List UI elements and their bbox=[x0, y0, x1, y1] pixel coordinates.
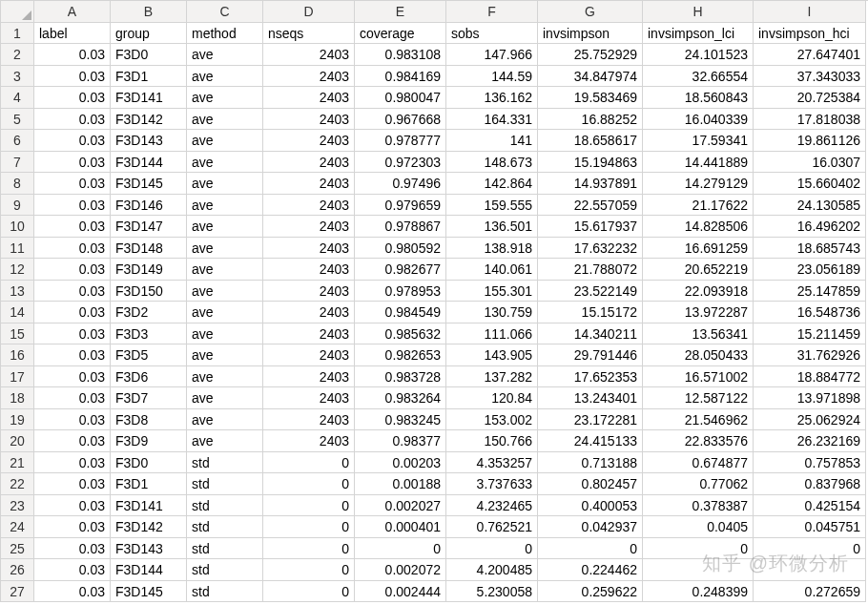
data-cell[interactable]: 2403 bbox=[263, 66, 355, 88]
data-cell[interactable]: 16.88252 bbox=[538, 109, 643, 131]
data-cell[interactable]: 0.03 bbox=[34, 495, 111, 517]
row-header[interactable]: 5 bbox=[1, 109, 34, 131]
row-header[interactable]: 14 bbox=[1, 302, 34, 323]
data-cell[interactable]: F3D147 bbox=[111, 216, 187, 238]
data-cell[interactable]: std bbox=[187, 516, 263, 538]
data-cell[interactable]: ave bbox=[187, 173, 263, 195]
data-cell[interactable]: F3D8 bbox=[111, 409, 187, 431]
data-cell[interactable]: 0.378387 bbox=[643, 495, 754, 517]
data-cell[interactable]: ave bbox=[187, 387, 263, 409]
data-cell[interactable]: std bbox=[187, 559, 263, 581]
data-cell[interactable]: 15.15172 bbox=[538, 302, 643, 323]
data-cell[interactable]: std bbox=[187, 495, 263, 517]
data-cell[interactable]: 4.200485 bbox=[446, 559, 538, 581]
data-cell[interactable]: 147.966 bbox=[446, 44, 538, 66]
data-cell[interactable]: 0.272659 bbox=[754, 581, 866, 603]
data-cell[interactable]: 15.617937 bbox=[538, 216, 643, 238]
row-header[interactable]: 13 bbox=[1, 281, 34, 302]
data-cell[interactable]: 0.03 bbox=[34, 452, 111, 474]
data-cell[interactable]: ave bbox=[187, 259, 263, 281]
data-cell[interactable]: 0 bbox=[355, 538, 446, 560]
data-cell[interactable]: 0.03 bbox=[34, 259, 111, 281]
data-cell[interactable]: F3D0 bbox=[111, 452, 187, 474]
data-cell[interactable]: 16.0307 bbox=[754, 152, 866, 174]
data-cell[interactable]: 14.441889 bbox=[643, 152, 754, 174]
data-cell[interactable]: 4.232465 bbox=[446, 495, 538, 517]
data-cell[interactable]: 15.194863 bbox=[538, 152, 643, 174]
data-cell[interactable]: 31.762926 bbox=[754, 344, 866, 366]
data-cell[interactable]: 24.415133 bbox=[538, 430, 643, 452]
data-cell[interactable]: 2403 bbox=[263, 409, 355, 431]
data-cell[interactable]: 0.713188 bbox=[538, 452, 643, 474]
data-cell[interactable]: 13.243401 bbox=[538, 387, 643, 409]
data-cell[interactable]: 148.673 bbox=[446, 152, 538, 174]
column-header-g[interactable]: G bbox=[538, 1, 643, 23]
column-header-c[interactable]: C bbox=[187, 1, 263, 23]
data-cell[interactable]: 0.00188 bbox=[355, 473, 446, 495]
data-cell[interactable]: 32.66554 bbox=[643, 66, 754, 88]
data-cell[interactable]: F3D148 bbox=[111, 238, 187, 260]
data-cell[interactable]: 0.983728 bbox=[355, 366, 446, 388]
data-cell[interactable]: 24.130585 bbox=[754, 195, 866, 217]
data-cell[interactable]: 0.03 bbox=[34, 238, 111, 260]
spreadsheet-grid[interactable]: ABCDEFGHI1labelgroupmethodnseqscoverages… bbox=[0, 0, 868, 602]
data-cell[interactable]: 0.0405 bbox=[643, 516, 754, 538]
column-header-a[interactable]: A bbox=[34, 1, 111, 23]
data-cell[interactable]: 0.984549 bbox=[355, 302, 446, 323]
data-cell[interactable]: ave bbox=[187, 216, 263, 238]
data-cell[interactable]: 34.847974 bbox=[538, 66, 643, 88]
data-cell[interactable]: 155.301 bbox=[446, 281, 538, 302]
data-cell[interactable]: 0.985632 bbox=[355, 323, 446, 345]
row-header[interactable]: 21 bbox=[1, 452, 34, 474]
data-cell[interactable]: 0.03 bbox=[34, 302, 111, 323]
header-cell[interactable]: nseqs bbox=[263, 23, 355, 45]
header-cell[interactable]: sobs bbox=[446, 23, 538, 45]
data-cell[interactable]: ave bbox=[187, 366, 263, 388]
data-cell[interactable]: 0.03 bbox=[34, 281, 111, 302]
data-cell[interactable]: ave bbox=[187, 195, 263, 217]
data-cell[interactable]: 0.762521 bbox=[446, 516, 538, 538]
data-cell[interactable]: 2403 bbox=[263, 152, 355, 174]
data-cell[interactable]: 20.652219 bbox=[643, 259, 754, 281]
data-cell[interactable]: 0.979659 bbox=[355, 195, 446, 217]
data-cell[interactable]: 16.496202 bbox=[754, 216, 866, 238]
header-cell[interactable]: coverage bbox=[355, 23, 446, 45]
data-cell[interactable]: 0.03 bbox=[34, 109, 111, 131]
column-header-h[interactable]: H bbox=[643, 1, 754, 23]
data-cell[interactable]: 137.282 bbox=[446, 366, 538, 388]
data-cell[interactable]: F3D143 bbox=[111, 130, 187, 152]
row-header[interactable]: 27 bbox=[1, 581, 34, 603]
row-header[interactable]: 8 bbox=[1, 173, 34, 195]
row-header[interactable]: 20 bbox=[1, 430, 34, 452]
data-cell[interactable]: 17.59341 bbox=[643, 130, 754, 152]
row-header[interactable]: 1 bbox=[1, 23, 34, 45]
data-cell[interactable]: std bbox=[187, 473, 263, 495]
data-cell[interactable]: ave bbox=[187, 109, 263, 131]
data-cell[interactable]: 0 bbox=[754, 538, 866, 560]
data-cell[interactable]: ave bbox=[187, 130, 263, 152]
data-cell[interactable]: 22.093918 bbox=[643, 281, 754, 302]
data-cell[interactable]: 0 bbox=[643, 538, 754, 560]
data-cell[interactable]: 22.557059 bbox=[538, 195, 643, 217]
data-cell[interactable]: 0.97496 bbox=[355, 173, 446, 195]
data-cell[interactable]: F3D1 bbox=[111, 473, 187, 495]
data-cell[interactable]: 0.045751 bbox=[754, 516, 866, 538]
data-cell[interactable]: ave bbox=[187, 344, 263, 366]
data-cell[interactable]: 0.983108 bbox=[355, 44, 446, 66]
data-cell[interactable]: 153.002 bbox=[446, 409, 538, 431]
column-header-b[interactable]: B bbox=[111, 1, 187, 23]
header-cell[interactable]: method bbox=[187, 23, 263, 45]
data-cell[interactable]: 2403 bbox=[263, 323, 355, 345]
data-cell[interactable]: 12.587122 bbox=[643, 387, 754, 409]
data-cell[interactable]: 21.546962 bbox=[643, 409, 754, 431]
data-cell[interactable]: 0.000401 bbox=[355, 516, 446, 538]
data-cell[interactable]: 2403 bbox=[263, 238, 355, 260]
data-cell[interactable]: 120.84 bbox=[446, 387, 538, 409]
data-cell[interactable]: 130.759 bbox=[446, 302, 538, 323]
data-cell[interactable]: F3D3 bbox=[111, 323, 187, 345]
data-cell[interactable]: 2403 bbox=[263, 344, 355, 366]
data-cell[interactable]: 164.331 bbox=[446, 109, 538, 131]
data-cell[interactable]: 0.259622 bbox=[538, 581, 643, 603]
data-cell[interactable]: 0.77062 bbox=[643, 473, 754, 495]
data-cell[interactable]: 0.03 bbox=[34, 430, 111, 452]
